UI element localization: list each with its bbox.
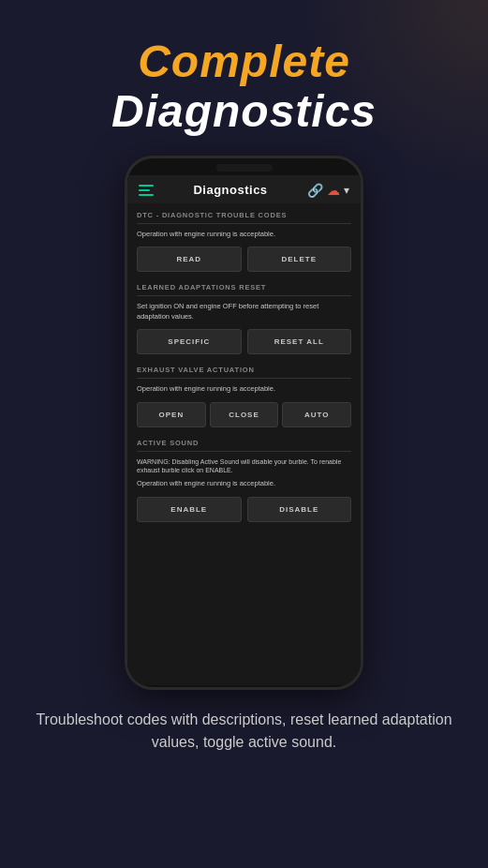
learned-section: LEARNED ADAPTATIONS RESET Set ignition O… — [137, 283, 351, 354]
open-button[interactable]: OPEN — [137, 402, 206, 427]
active-sound-button-row: ENABLE DISABLE — [137, 497, 351, 522]
exhaust-divider — [137, 378, 351, 379]
footer-description: Troubleshoot codes with descriptions, re… — [28, 709, 460, 754]
learned-button-row: SPECIFIC RESET ALL — [137, 329, 351, 354]
dtc-section: DTC - DIAGNOSTIC TROUBLE CODES Operation… — [137, 211, 351, 273]
auto-button[interactable]: AUTO — [282, 402, 351, 427]
header-icons: 🔗 ☁ ▾ — [307, 183, 349, 198]
disable-button[interactable]: DISABLE — [247, 497, 352, 522]
title-complete: Complete — [111, 37, 377, 87]
close-button[interactable]: CLOSE — [210, 402, 279, 427]
phone-screen[interactable]: Diagnostics 🔗 ☁ ▾ DTC - DIAGNOSTIC TROUB… — [127, 175, 361, 685]
reset-all-button[interactable]: RESET ALL — [247, 329, 352, 354]
active-sound-section: ACTIVE SOUND WARNING: Disabling Active S… — [137, 439, 351, 522]
screen-title: Diagnostics — [193, 183, 267, 197]
specific-button[interactable]: SPECIFIC — [137, 329, 242, 354]
phone-notch — [216, 164, 273, 172]
dtc-description: Operation with engine running is accepta… — [137, 230, 351, 240]
dtc-section-title: DTC - DIAGNOSTIC TROUBLE CODES — [137, 211, 351, 219]
learned-section-title: LEARNED ADAPTATIONS RESET — [137, 283, 351, 292]
dtc-divider — [137, 223, 351, 224]
screen-header: Diagnostics 🔗 ☁ ▾ — [127, 175, 361, 203]
active-sound-divider — [137, 451, 351, 452]
exhaust-section-title: EXHAUST VALVE ACTUATION — [137, 366, 351, 374]
phone-frame: Diagnostics 🔗 ☁ ▾ DTC - DIAGNOSTIC TROUB… — [125, 156, 363, 690]
chevron-down-icon[interactable]: ▾ — [344, 184, 349, 197]
active-sound-section-title: ACTIVE SOUND — [137, 439, 351, 447]
active-sound-description: Operation with engine running is accepta… — [137, 479, 351, 489]
wifi-disconnected-icon: ☁ — [327, 183, 340, 198]
title-diagnostics: Diagnostics — [111, 87, 377, 137]
title-area: Complete Diagnostics — [111, 37, 377, 137]
delete-button[interactable]: DELETE — [247, 247, 352, 272]
bottom-text-area: Troubleshoot codes with descriptions, re… — [0, 690, 488, 763]
exhaust-description: Operation with engine running is accepta… — [137, 384, 351, 395]
active-sound-warning: WARNING: Disabling Active Sound will dis… — [137, 457, 351, 476]
learned-divider — [137, 295, 351, 296]
read-button[interactable]: READ — [137, 247, 242, 272]
learned-description: Set ignition ON and engine OFF before at… — [137, 302, 351, 322]
exhaust-section: EXHAUST VALVE ACTUATION Operation with e… — [137, 366, 351, 427]
menu-icon[interactable] — [139, 185, 154, 196]
enable-button[interactable]: ENABLE — [137, 497, 242, 522]
screen-content: DTC - DIAGNOSTIC TROUBLE CODES Operation… — [127, 203, 361, 541]
wifi-connected-icon: 🔗 — [307, 183, 323, 198]
exhaust-button-row: OPEN CLOSE AUTO — [137, 402, 351, 427]
phone-wrapper: Diagnostics 🔗 ☁ ▾ DTC - DIAGNOSTIC TROUB… — [125, 156, 363, 690]
dtc-button-row: READ DELETE — [137, 247, 351, 272]
